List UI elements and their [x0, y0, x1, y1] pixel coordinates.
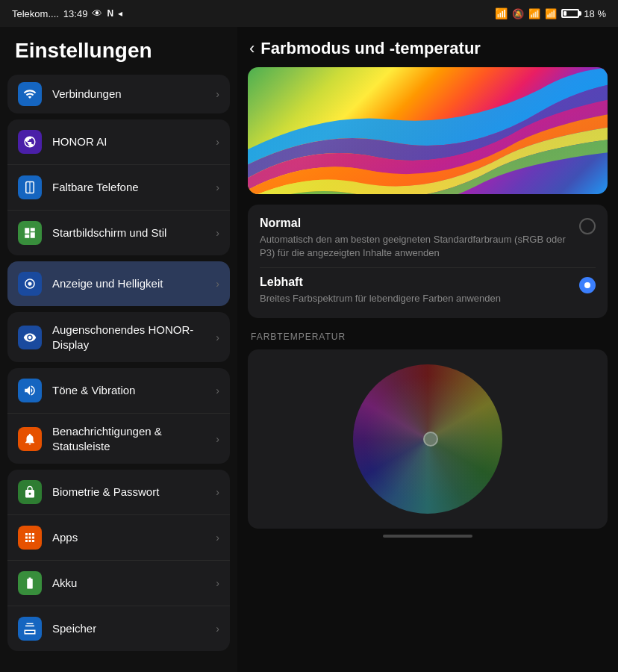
menu-group-1: HONOR AI › Faltbare Telefone › Startbild… — [7, 119, 230, 255]
option-normal-text: Normal Automatisch den am besten geeigne… — [260, 217, 570, 260]
menu-item-anzeige[interactable]: Anzeige und Helligkeit › — [7, 261, 230, 306]
menu-item-speicher[interactable]: Speicher › — [7, 606, 230, 651]
verbindungen-icon — [18, 82, 42, 106]
speicher-icon — [18, 617, 42, 641]
startbildschirm-icon — [18, 221, 42, 245]
option-lebhaft[interactable]: Lebhaft Breites Farbspektrum für lebendi… — [260, 268, 596, 305]
akku-icon — [18, 571, 42, 595]
right-header: ‹ Farbmodus und -temperatur — [237, 27, 618, 67]
benachrichtigungen-icon — [18, 427, 42, 451]
faltbare-arrow: › — [216, 181, 219, 193]
option-lebhaft-text: Lebhaft Breites Farbspektrum für lebendi… — [260, 276, 570, 305]
option-normal-title: Normal — [260, 217, 570, 230]
scroll-indicator — [237, 529, 618, 544]
option-lebhaft-radio[interactable] — [579, 277, 596, 293]
option-normal-radio[interactable] — [579, 218, 596, 234]
honor-ai-arrow: › — [216, 136, 219, 148]
apps-arrow: › — [216, 532, 219, 544]
menu-item-faltbare[interactable]: Faltbare Telefone › — [7, 165, 230, 211]
color-wheel[interactable] — [353, 364, 502, 514]
menu-item-toene[interactable]: Töne & Vibration › — [7, 368, 230, 414]
color-mode-options: Normal Automatisch den am besten geeigne… — [248, 205, 608, 318]
speicher-label: Speicher — [52, 621, 216, 636]
menu-group-5: Biometrie & Passwort › Apps › Akku › — [7, 470, 230, 651]
anzeige-arrow: › — [216, 278, 219, 290]
augenschonend-icon — [18, 326, 42, 349]
menu-item-honor-ai[interactable]: HONOR AI › — [7, 119, 230, 165]
option-normal[interactable]: Normal Automatisch den am besten geeigne… — [260, 217, 596, 268]
menu-item-augenschonend[interactable]: Augenschonendes HONOR-Display › — [7, 312, 230, 362]
benachrichtigungen-arrow: › — [216, 433, 219, 445]
scroll-bar — [383, 535, 472, 538]
back-button[interactable]: ‹ — [249, 39, 255, 58]
option-lebhaft-desc: Breites Farbspektrum für lebendigere Far… — [260, 292, 570, 305]
biometrie-arrow: › — [216, 486, 219, 498]
biometrie-label: Biometrie & Passwort — [52, 485, 216, 500]
option-lebhaft-title: Lebhaft — [260, 276, 570, 289]
verbindungen-label: Verbindungen — [52, 87, 216, 102]
signal-icon: 📶 — [545, 8, 557, 19]
biometrie-icon — [18, 480, 42, 504]
benachrichtigungen-label: Benachrichtigungen & Statusleiste — [52, 424, 216, 453]
menu-item-apps[interactable]: Apps › — [7, 515, 230, 561]
status-bar: Telekom.... 13:49 👁 N ◂ 📶 🔕 📶 📶 18 % — [0, 0, 618, 27]
apps-icon — [18, 526, 42, 550]
faltbare-label: Faltbare Telefone — [52, 180, 216, 195]
menu-group-3: Augenschonendes HONOR-Display › — [7, 312, 230, 362]
status-left: Telekom.... 13:49 👁 N ◂ — [12, 7, 122, 19]
menu-item-benachrichtigungen[interactable]: Benachrichtigungen & Statusleiste › — [7, 414, 230, 464]
time-text: 13:49 — [63, 8, 88, 19]
color-preview-image — [248, 67, 608, 194]
color-wheel-center-dot — [423, 432, 438, 447]
menu-group-2: Anzeige und Helligkeit › — [7, 261, 230, 306]
startbildschirm-label: Startbildschirm und Stil — [52, 225, 216, 240]
wifi-icon: 📶 — [528, 8, 540, 19]
carrier-text: Telekom.... — [12, 8, 59, 19]
anzeige-label: Anzeige und Helligkeit — [52, 276, 216, 291]
augenschonend-arrow: › — [216, 332, 219, 343]
augenschonend-label: Augenschonendes HONOR-Display — [52, 323, 216, 352]
speicher-arrow: › — [216, 623, 219, 635]
menu-item-akku[interactable]: Akku › — [7, 561, 230, 606]
anzeige-icon — [18, 272, 42, 296]
option-normal-desc: Automatisch den am besten geeigneten Sta… — [260, 233, 570, 260]
status-right: 📶 🔕 📶 📶 18 % — [495, 7, 606, 19]
honor-ai-icon — [18, 130, 42, 154]
settings-title: Einstellungen — [0, 27, 237, 72]
apps-label: Apps — [52, 530, 216, 545]
eye-icon: 👁 — [92, 7, 102, 19]
akku-arrow: › — [216, 577, 219, 589]
toene-icon — [18, 379, 42, 402]
nfc-icon: N — [107, 8, 113, 19]
faltbare-icon — [18, 175, 42, 199]
menu-item-biometrie[interactable]: Biometrie & Passwort › — [7, 470, 230, 515]
akku-label: Akku — [52, 576, 216, 591]
location-icon: ◂ — [118, 8, 122, 19]
mute-icon: 🔕 — [512, 8, 524, 19]
toene-label: Töne & Vibration — [52, 383, 216, 398]
color-temperature-wheel[interactable] — [248, 349, 608, 529]
battery-icon — [561, 9, 579, 18]
menu-group-4: Töne & Vibration › Benachrichtigungen & … — [7, 368, 230, 464]
right-panel-title: Farbmodus und -temperatur — [260, 39, 481, 58]
main-content: Einstellungen Verbindungen › HONOR AI › — [0, 27, 618, 672]
honor-ai-label: HONOR AI — [52, 134, 216, 149]
menu-item-verbindungen[interactable]: Verbindungen › — [7, 75, 230, 113]
right-panel: ‹ Farbmodus und -temperatur — [237, 27, 618, 672]
toene-arrow: › — [216, 385, 219, 396]
verbindungen-arrow: › — [216, 88, 219, 100]
battery-percent: 18 % — [584, 8, 606, 19]
left-panel: Einstellungen Verbindungen › HONOR AI › — [0, 27, 237, 672]
bluetooth-icon: 📶 — [495, 7, 508, 19]
color-temp-label: FARBTEMPERATUR — [248, 332, 608, 342]
menu-item-startbildschirm[interactable]: Startbildschirm und Stil › — [7, 211, 230, 255]
startbildschirm-arrow: › — [216, 227, 219, 239]
